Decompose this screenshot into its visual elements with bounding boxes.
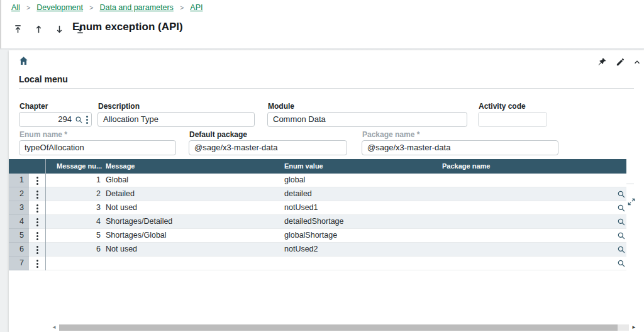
scroll-right-arrow-icon[interactable]: ► <box>631 324 636 330</box>
window-left-edge <box>0 0 1 49</box>
edit-pencil-icon[interactable] <box>614 56 626 67</box>
breadcrumb-separator: > <box>89 4 93 11</box>
cell-enum-value[interactable] <box>284 257 435 270</box>
chapter-value: 294 <box>58 113 72 126</box>
activity-code-label: Activity code <box>479 102 526 111</box>
cell-enum-value[interactable]: detailedShortage <box>284 215 435 229</box>
cell-message-number[interactable]: 3 <box>48 201 101 215</box>
cell-enum-value[interactable]: notUsed1 <box>284 201 435 215</box>
table-row: 22Detaileddetailed <box>9 187 626 201</box>
row-index[interactable]: 3 <box>9 201 29 215</box>
cell-message-number[interactable] <box>48 257 101 270</box>
previous-record-icon[interactable] <box>31 23 46 35</box>
next-record-icon[interactable] <box>52 23 67 35</box>
chapter-field[interactable]: 294 <box>19 112 92 127</box>
cell-package-name[interactable] <box>442 215 593 229</box>
row-search-icon[interactable] <box>614 243 629 257</box>
breadcrumb-link-all[interactable]: All <box>11 3 20 12</box>
default-package-field[interactable]: @sage/x3-master-data <box>189 140 347 155</box>
collapse-chevron-up-icon[interactable] <box>631 57 643 68</box>
cell-enum-value[interactable]: notUsed2 <box>284 243 435 257</box>
row-kebab-menu-icon[interactable] <box>29 243 45 257</box>
row-index[interactable]: 2 <box>9 187 29 201</box>
first-record-icon[interactable] <box>10 23 25 35</box>
cell-package-name[interactable] <box>442 257 593 270</box>
description-field[interactable]: Allocation Type <box>97 112 255 127</box>
chapter-kebab-icon[interactable] <box>86 116 88 124</box>
cell-message[interactable]: Not used <box>106 243 275 257</box>
chapter-label: Chapter <box>19 102 48 111</box>
row-kebab-menu-icon[interactable] <box>29 215 45 229</box>
col-header-enum-value[interactable]: Enum value <box>284 159 323 174</box>
row-kebab-menu-icon[interactable] <box>29 187 45 201</box>
row-search-icon[interactable] <box>614 201 629 215</box>
row-kebab-menu-icon[interactable] <box>29 201 45 215</box>
cell-message[interactable]: Not used <box>106 201 275 215</box>
module-label: Module <box>268 102 294 111</box>
cell-message-number[interactable]: 4 <box>48 215 101 229</box>
col-header-message[interactable]: Message <box>106 159 135 174</box>
table-row: 11Globalglobal <box>9 174 626 187</box>
row-kebab-menu-icon[interactable] <box>29 257 45 270</box>
col-header-package-name[interactable]: Package name <box>442 159 490 174</box>
section-heading-local-menu: Local menu <box>19 74 68 84</box>
cell-message-number[interactable]: 1 <box>48 174 101 187</box>
cell-enum-value[interactable]: global <box>284 174 435 187</box>
table-header: Message nu... Message Enum value Package… <box>9 159 626 174</box>
table-row: 33Not usednotUsed1 <box>9 201 626 215</box>
section-divider <box>19 88 634 89</box>
row-index[interactable]: 4 <box>9 215 29 229</box>
cell-package-name[interactable] <box>442 243 593 257</box>
col-header-message-number[interactable]: Message nu... <box>57 159 102 174</box>
breadcrumb-link-data-and-parameters[interactable]: Data and parameters <box>99 3 173 12</box>
pin-icon[interactable] <box>596 56 608 67</box>
cell-package-name[interactable] <box>442 174 593 187</box>
table-row: 55Shortages/GlobalglobalShortage <box>9 229 626 243</box>
scroll-left-arrow-icon[interactable]: ◄ <box>52 324 57 330</box>
cell-message-number[interactable]: 6 <box>48 243 101 257</box>
cell-package-name[interactable] <box>442 229 593 243</box>
row-kebab-menu-icon[interactable] <box>29 229 45 243</box>
table-row: 44Shortages/DetaileddetailedShortage <box>9 215 626 229</box>
row-search-icon[interactable] <box>614 229 629 243</box>
table-row: 7 <box>9 257 626 270</box>
row-index[interactable]: 5 <box>9 229 29 243</box>
row-search-icon[interactable] <box>614 257 629 270</box>
cell-message[interactable]: Shortages/Detailed <box>106 215 275 229</box>
breadcrumb-separator: > <box>180 4 184 11</box>
activity-code-field[interactable] <box>478 112 547 127</box>
module-field[interactable]: Common Data <box>267 112 467 127</box>
row-index[interactable]: 1 <box>9 174 29 187</box>
row-index[interactable]: 6 <box>9 243 29 257</box>
enum-name-field: typeOfAllocation <box>19 140 176 155</box>
breadcrumb: All > Development > Data and parameters … <box>11 3 203 12</box>
breadcrumb-link-development[interactable]: Development <box>36 3 83 12</box>
cell-message-number[interactable]: 2 <box>48 187 101 201</box>
row-search-icon[interactable] <box>614 215 629 229</box>
page: All > Development > Data and parameters … <box>0 0 644 332</box>
frozen-column-divider <box>45 159 46 270</box>
horizontal-scrollbar-track[interactable] <box>59 324 629 331</box>
cell-package-name[interactable] <box>442 201 593 215</box>
description-label: Description <box>98 102 140 111</box>
row-index[interactable]: 7 <box>9 257 29 270</box>
package-name-field: @sage/x3-master-data <box>362 140 558 155</box>
cell-package-name[interactable] <box>442 187 593 201</box>
table-body: 11Globalglobal22Detaileddetailed33Not us… <box>9 174 626 270</box>
cell-message[interactable]: Shortages/Global <box>106 229 275 243</box>
cell-enum-value[interactable]: globalShortage <box>284 229 435 243</box>
horizontal-scrollbar-thumb[interactable] <box>59 324 618 331</box>
cell-enum-value[interactable]: detailed <box>284 187 435 201</box>
row-search-icon[interactable] <box>614 187 629 201</box>
row-kebab-menu-icon[interactable] <box>29 174 45 187</box>
cell-message[interactable]: Detailed <box>106 187 275 201</box>
page-title: Enum exception (API) <box>72 21 183 33</box>
cell-message[interactable] <box>106 257 275 270</box>
cell-message[interactable]: Global <box>106 174 275 187</box>
breadcrumb-link-api[interactable]: API <box>190 3 203 12</box>
chapter-lookup-search-icon[interactable] <box>75 116 83 124</box>
enum-name-label: Enum name * <box>19 130 67 139</box>
table-row: 66Not usednotUsed2 <box>9 243 626 257</box>
cell-message-number[interactable]: 5 <box>48 229 101 243</box>
home-icon[interactable] <box>18 55 29 66</box>
